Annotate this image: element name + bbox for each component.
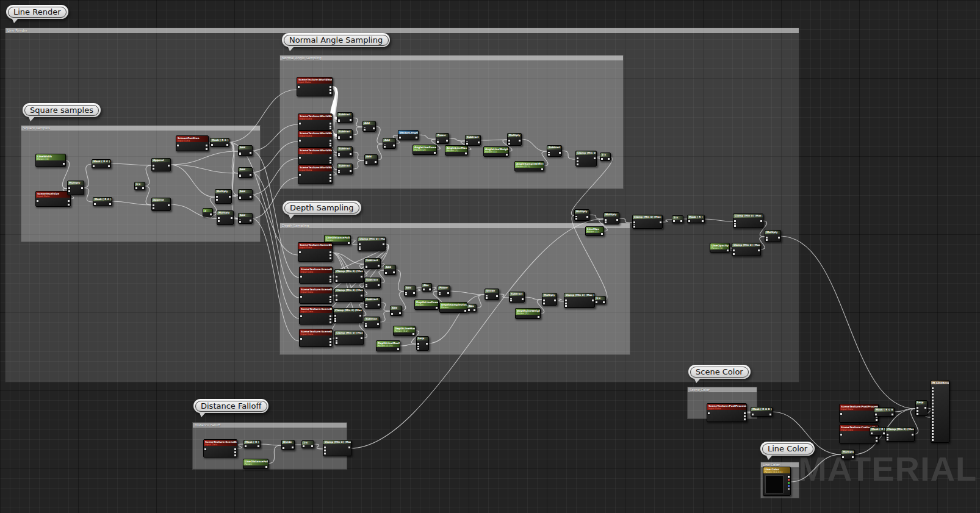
output-pin[interactable] <box>311 445 314 448</box>
node-scenetexture-worldnormal[interactable]: SceneTexture:WorldNormalInput Data <box>298 113 333 131</box>
node-add[interactable]: Add <box>364 154 378 165</box>
node-add[interactable]: Add <box>238 213 253 224</box>
bubble-label-distance-falloff[interactable]: Distance Falloff <box>193 399 268 413</box>
input-pin[interactable] <box>575 217 578 220</box>
output-pin[interactable] <box>392 271 395 274</box>
input-pin[interactable] <box>672 220 676 223</box>
input-pin[interactable] <box>300 315 303 318</box>
material-graph-canvas[interactable]: MATERIAL Line RenderSquare samplesNormal… <box>0 0 980 513</box>
input-pin[interactable] <box>398 136 402 139</box>
input-pin[interactable] <box>152 207 155 210</box>
node-mask-r-g[interactable]: Mask ( R G ) <box>93 197 112 206</box>
bubble-label-line-color[interactable]: Line Color <box>760 442 815 456</box>
input-pin[interactable] <box>152 167 155 170</box>
output-pin[interactable] <box>329 343 332 346</box>
input-pin[interactable] <box>365 162 368 165</box>
node-add[interactable]: Add <box>238 145 253 156</box>
input-pin[interactable] <box>733 224 737 228</box>
input-pin[interactable] <box>688 220 691 223</box>
input-pin[interactable] <box>564 304 567 307</box>
node-add[interactable]: Add <box>384 265 396 275</box>
output-pin[interactable] <box>435 306 438 309</box>
node-lineopacity[interactable]: LineOpacityParam (1) <box>710 243 730 253</box>
input-pin[interactable] <box>870 432 873 435</box>
node-depthlinemax[interactable]: DepthLineMaxParam (0.2) <box>393 326 416 336</box>
input-pin[interactable] <box>384 271 387 274</box>
node-clamp-min-0-max-1[interactable]: Clamp (Min 0) (Max 1) <box>564 293 595 308</box>
node-subtract[interactable]: Subtract <box>364 258 381 269</box>
input-pin[interactable] <box>282 447 285 450</box>
output-pin[interactable] <box>726 249 729 252</box>
output-pin[interactable] <box>600 232 603 235</box>
output-pin[interactable] <box>107 165 110 168</box>
output-pin[interactable] <box>249 173 252 176</box>
output-pin[interactable] <box>537 315 540 318</box>
node-anglelineweight[interactable]: AngleLineWeightParam (1) <box>483 146 509 157</box>
node-depthlineweight[interactable]: DepthLineWeightParam (1) <box>515 308 541 319</box>
bubble-label-normal-angle-sampling[interactable]: Normal Angle Sampling <box>282 33 390 47</box>
input-pin[interactable] <box>405 293 408 296</box>
input-pin[interactable] <box>874 413 877 416</box>
node-mask-r[interactable]: Mask ( R ) <box>870 427 886 436</box>
node-clamp-min-0-max-1[interactable]: Clamp (Min 0) (Max 1) <box>358 237 386 251</box>
output-pin[interactable] <box>142 187 145 190</box>
input-pin[interactable] <box>595 301 598 304</box>
comment-title[interactable]: Line Render <box>5 28 799 33</box>
node-scenetexture-worldnormal[interactable]: SceneTexture:WorldNormalInput Data <box>298 148 333 165</box>
output-pin[interactable] <box>329 144 332 147</box>
bubble-label-depth-sampling[interactable]: Depth Sampling <box>283 201 361 215</box>
output-pin[interactable] <box>680 220 683 223</box>
output-pin[interactable] <box>505 153 508 156</box>
output-pin[interactable] <box>602 301 605 304</box>
node-depthlinepower[interactable]: DepthLinePowerParam <box>414 300 439 310</box>
input-pin[interactable] <box>886 438 889 441</box>
node-vectorlength[interactable]: VectorLength <box>398 130 419 140</box>
node-scenetexture-postprocessinput0[interactable]: SceneTexture:PostProcessInput0Input Data <box>707 403 747 422</box>
node-subtract[interactable]: Subtract <box>509 292 525 303</box>
input-pin[interactable] <box>547 153 550 156</box>
node-screenposition[interactable]: ScreenPositionInput Data <box>176 135 209 151</box>
output-pin[interactable] <box>701 220 704 223</box>
input-pin[interactable] <box>364 325 367 328</box>
node-multiply[interactable]: Multiply <box>67 181 84 195</box>
node-1-x[interactable]: 1-x <box>134 182 145 190</box>
output-pin[interactable] <box>413 292 416 295</box>
node-clamp-min-0-max-1[interactable]: Clamp (Min 0) (Max 1) <box>333 308 362 323</box>
node-depthsampledistance[interactable]: DepthSampleDistanceParam <box>439 302 467 313</box>
output-pin[interactable] <box>291 446 294 449</box>
node-anglelinepower[interactable]: AngleLinePowerParam (2) <box>413 145 437 155</box>
input-pin[interactable] <box>217 220 220 223</box>
output-pin[interactable] <box>495 295 499 298</box>
output-pin[interactable] <box>412 332 415 335</box>
input-pin[interactable] <box>466 142 469 145</box>
output-pin[interactable] <box>67 203 70 206</box>
input-pin[interactable] <box>765 239 768 242</box>
output-pin[interactable] <box>230 217 233 220</box>
node-abs[interactable]: Abs <box>467 304 477 312</box>
input-pin[interactable] <box>302 445 305 448</box>
output-pin[interactable] <box>851 456 854 459</box>
node-scenetexture-postprocessinput0[interactable]: SceneTexture:PostProcessInput0Input Data <box>839 404 879 423</box>
output-pin[interactable] <box>257 445 260 448</box>
comment-title[interactable]: Depth Sampling <box>280 223 630 228</box>
node-m-linerender[interactable]: M_LineRender <box>931 380 949 443</box>
input-pin[interactable] <box>510 299 513 302</box>
input-pin[interactable] <box>92 165 95 168</box>
node-clamp-min-0-max-1[interactable]: Clamp (Min 0) (Max 1) <box>334 331 364 345</box>
output-pin[interactable] <box>329 161 332 164</box>
output-pin[interactable] <box>911 433 914 436</box>
output-pin[interactable] <box>541 168 544 171</box>
node-1-x[interactable]: 1-x <box>672 215 683 223</box>
comment-title[interactable]: Distance Falloff <box>193 423 347 428</box>
input-pin[interactable] <box>239 220 242 223</box>
node-mask-r-g[interactable]: Mask ( R G ) <box>210 138 229 147</box>
node-anglelinemax[interactable]: AngleLineMaxParam (1) <box>445 145 468 156</box>
output-pin[interactable] <box>593 157 596 160</box>
output-pin[interactable] <box>249 151 252 154</box>
output-pin[interactable] <box>473 309 476 312</box>
input-pin[interactable] <box>135 187 138 190</box>
input-pin[interactable] <box>176 144 179 147</box>
output-pin[interactable] <box>167 204 170 207</box>
node-multiply[interactable]: Multiply <box>765 230 781 242</box>
input-pin[interactable] <box>365 265 368 268</box>
